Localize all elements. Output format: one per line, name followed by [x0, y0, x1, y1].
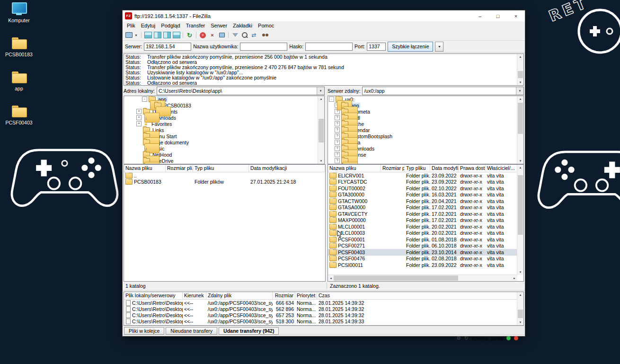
- column-header[interactable]: Nazwa pliku: [328, 165, 381, 172]
- remote-file-row[interactable]: GTA300000 Folder plik... 16.03.2021 drwx…: [328, 192, 517, 198]
- tree-expander-icon[interactable]: ?: [335, 127, 340, 133]
- column-header[interactable]: Czas: [317, 292, 523, 299]
- remote-file-row[interactable]: PCSI00011 Folder plik... 23.09.2022 drwx…: [328, 262, 517, 268]
- tree-expander-icon[interactable]: ?: [335, 158, 340, 163]
- port-input[interactable]: [367, 43, 386, 51]
- tree-expander-icon[interactable]: ?: [335, 140, 340, 145]
- column-header[interactable]: Data modyfika...: [430, 165, 459, 172]
- tree-expander-icon[interactable]: ?: [335, 152, 340, 157]
- queue-row[interactable]: C:\Users\Retro\Desktop\P... <<-- /ux0:/a…: [124, 318, 517, 324]
- tree-item[interactable]: + app: [328, 102, 523, 108]
- remote-file-row[interactable]: ELICRV001 Folder plik... 23.09.2022 drwx…: [328, 172, 517, 179]
- quickconnect-button[interactable]: Szybkie łączenie: [388, 42, 433, 52]
- compare-icon[interactable]: [240, 31, 248, 39]
- column-header[interactable]: Prawa dost...: [459, 165, 486, 172]
- column-header[interactable]: Typ pliku: [193, 165, 249, 172]
- filter-icon[interactable]: [231, 31, 239, 39]
- column-header[interactable]: Data modyfikacji: [249, 165, 325, 172]
- remote-file-row[interactable]: PCSF00001 Folder plik... 01.08.2018 drwx…: [328, 236, 517, 243]
- column-header[interactable]: Rozmiar: [273, 292, 295, 299]
- toggle-queue-icon[interactable]: [172, 31, 180, 39]
- site-manager-dropdown-icon[interactable]: ▼: [134, 34, 139, 37]
- tree-item[interactable]: Links: [124, 127, 324, 133]
- desktop-icon[interactable]: app: [4, 70, 34, 91]
- menu-item[interactable]: Podgląd: [158, 22, 183, 29]
- minimize-button[interactable]: –: [471, 10, 489, 21]
- queue-row[interactable]: C:\Users\Retro\Desktop\P... <<-- /ux0:/a…: [124, 312, 517, 318]
- password-input[interactable]: [305, 43, 353, 51]
- tree-item[interactable]: - app: [124, 96, 324, 102]
- tree-expander-icon[interactable]: ?: [335, 146, 340, 151]
- server-input[interactable]: [144, 43, 191, 51]
- column-header[interactable]: Nazwa pliku: [124, 165, 166, 172]
- cancel-icon[interactable]: ×: [199, 31, 207, 39]
- menu-item[interactable]: Transfer: [183, 22, 208, 29]
- local-tree-scrollbar[interactable]: [318, 96, 324, 164]
- queue-tab[interactable]: Pliki w kolejce: [124, 327, 164, 335]
- gear-icon[interactable]: ⚙: [456, 335, 461, 341]
- tree-expander-icon[interactable]: ?: [335, 115, 340, 120]
- remote-file-row[interactable]: GTAVCECTY Folder plik... 17.02.2021 drwx…: [328, 211, 517, 217]
- desktop-icon[interactable]: PCSB00183: [4, 36, 34, 57]
- remote-list-scrollbar[interactable]: [517, 165, 523, 275]
- remote-file-row[interactable]: MLCL00003 Folder plik... 20.02.2021 drwx…: [328, 230, 517, 237]
- column-header[interactable]: Rozmiar pli...: [166, 165, 193, 172]
- desktop-icon[interactable]: PCSF00403: [4, 104, 34, 125]
- remote-list-hscrollbar[interactable]: [328, 275, 517, 281]
- queue-tab[interactable]: Udane transfery (942): [219, 327, 279, 335]
- chevron-down-icon[interactable]: ▼: [516, 87, 523, 95]
- remote-tree-scrollbar[interactable]: [517, 96, 523, 164]
- tree-item[interactable]: PCSB00183: [124, 102, 324, 108]
- tree-expander-icon[interactable]: +: [136, 109, 142, 114]
- remote-file-row[interactable]: FLYCASTDC Folder plik... 23.09.2022 drwx…: [328, 179, 517, 186]
- local-file-row[interactable]: PCSB00183 Folder plików 27.01.2025 21:24…: [124, 179, 325, 186]
- remote-file-row[interactable]: GTACTW000 Folder plik... 20.04.2021 drwx…: [328, 198, 517, 204]
- remote-file-row[interactable]: MAXP00000 Folder plik... 17.02.2021 drwx…: [328, 217, 517, 224]
- column-header[interactable]: Kierunek: [183, 292, 206, 299]
- column-header[interactable]: Typ pliku: [405, 165, 430, 172]
- menu-item[interactable]: Zakładki: [230, 22, 255, 29]
- disconnect-icon[interactable]: ×: [208, 31, 216, 39]
- site-manager-icon[interactable]: [125, 31, 133, 39]
- sync-status-icon[interactable]: ↻: [464, 335, 469, 341]
- local-file-row[interactable]: ..: [124, 172, 325, 179]
- toggle-remote-tree-icon[interactable]: [163, 31, 171, 39]
- remote-file-row[interactable]: MLCL00001 Folder plik... 20.02.2021 drwx…: [328, 223, 517, 230]
- desktop-icon[interactable]: Komputer: [4, 2, 34, 23]
- column-header[interactable]: Rozmiar p...: [381, 165, 405, 172]
- menu-item[interactable]: Edytuj: [138, 22, 159, 29]
- remote-file-row[interactable]: PCSF00476 Folder plik... 02.08.2018 drwx…: [328, 256, 517, 262]
- log-scrollbar[interactable]: [517, 54, 523, 85]
- find-files-icon[interactable]: [259, 31, 267, 39]
- queue-scrollbar[interactable]: [517, 292, 523, 325]
- tree-expander-icon[interactable]: ?: [335, 121, 340, 126]
- tree-expander-icon[interactable]: -: [329, 97, 334, 102]
- titlebar[interactable]: FZ ftp://192.168.1.54:1337 - FileZilla –…: [123, 10, 525, 21]
- tree-expander-icon[interactable]: ?: [335, 133, 340, 139]
- tree-expander-icon[interactable]: +: [136, 115, 142, 120]
- quickconnect-dropdown-icon[interactable]: ▼: [435, 42, 443, 52]
- column-header[interactable]: Plik lokalny/serwerowy: [124, 292, 183, 299]
- remote-file-row[interactable]: GTASA0000 Folder plik... 17.02.2021 drwx…: [328, 204, 517, 211]
- queue-tab[interactable]: Nieudane transfery: [166, 327, 217, 335]
- menu-item[interactable]: Pomoc: [255, 22, 277, 29]
- tree-item[interactable]: - ux0:: [328, 96, 523, 102]
- toggle-local-tree-icon[interactable]: [153, 31, 161, 39]
- username-input[interactable]: [240, 43, 287, 51]
- reconnect-icon[interactable]: [218, 31, 226, 39]
- queue-row[interactable]: C:\Users\Retro\Desktop\P... <<-- /ux0:/a…: [124, 300, 517, 306]
- queue-row[interactable]: C:\Users\Retro\Desktop\P... <<-- /ux0:/a…: [124, 306, 517, 312]
- remote-address-combo[interactable]: /ux0:/app ▼: [362, 87, 524, 95]
- column-header[interactable]: Zdalny plik: [206, 292, 273, 299]
- remote-file-row[interactable]: PCSF00403 Folder plik... 23.10.2014 drwx…: [328, 249, 517, 256]
- maximize-button[interactable]: □: [489, 10, 507, 21]
- close-button[interactable]: ×: [507, 10, 525, 21]
- menu-item[interactable]: Serwer: [208, 22, 230, 29]
- refresh-icon[interactable]: ↻: [186, 31, 194, 39]
- chevron-down-icon[interactable]: ▼: [317, 87, 324, 95]
- toggle-log-icon[interactable]: [144, 31, 152, 39]
- sync-browsing-icon[interactable]: ⇄: [250, 31, 258, 39]
- remote-file-row[interactable]: PCSF00271 Folder plik... 06.10.2018 drwx…: [328, 243, 517, 249]
- tree-expander-icon[interactable]: +: [136, 121, 142, 126]
- column-header[interactable]: Priorytet: [295, 292, 317, 299]
